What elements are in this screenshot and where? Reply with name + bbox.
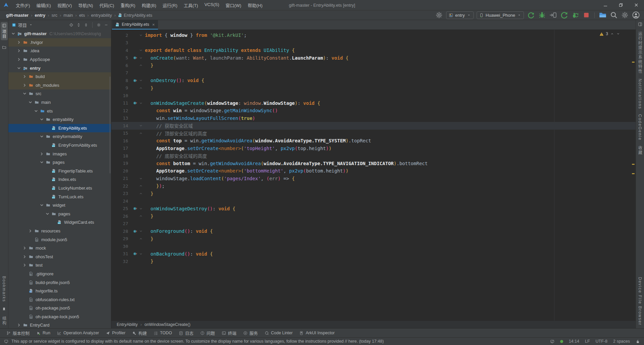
code-line-13[interactable]: 13 win.setWindowLayoutFullScreen(true) <box>111 115 636 122</box>
toolwindow-operation-analyzer[interactable]: Operation Analyzer <box>54 330 102 336</box>
menu-w[interactable]: 窗口(W) <box>223 1 245 9</box>
tree-item-resources[interactable]: resources <box>8 227 111 235</box>
code-line-25[interactable]: 25 onWindowStageDestroy(): void { <box>111 205 636 213</box>
tree-item-entry[interactable]: entry <box>8 64 111 72</box>
next-warning-icon[interactable] <box>616 32 620 36</box>
warning-stripe-mark[interactable] <box>632 164 635 165</box>
tree-item-entryability-ets[interactable]: ETSEntryAbility.ets <box>8 124 111 133</box>
override-marker-icon[interactable] <box>132 206 138 211</box>
restart-button[interactable] <box>560 11 568 19</box>
menu-r[interactable]: 运行(R) <box>160 1 180 9</box>
code-line-24[interactable]: 24 <box>111 197 636 205</box>
inspections-widget[interactable]: 3 <box>599 31 620 36</box>
tree-item-test[interactable]: test <box>8 261 111 270</box>
code-line-19[interactable]: 19 const bottom = win.getWindowAvoidArea… <box>111 160 636 167</box>
tree-item-module-json5[interactable]: module.json5 <box>8 235 111 244</box>
code-line-15[interactable]: 15 // 顶部安全区域的高度 <box>111 130 636 137</box>
run-button[interactable] <box>527 11 535 19</box>
tree-item-build[interactable]: build <box>8 72 111 81</box>
code-line-20[interactable]: 20 AppStorage.setOrCreate<number>('botto… <box>111 167 636 175</box>
chevron-down-icon[interactable] <box>33 108 39 114</box>
chevron-right-icon[interactable] <box>28 228 33 234</box>
code-line-10[interactable]: 10 <box>111 92 636 99</box>
chevron-down-icon[interactable] <box>39 159 45 165</box>
menu-vcs-s[interactable]: VCS(S) <box>201 1 222 9</box>
chevron-right-icon[interactable] <box>16 322 22 328</box>
chevron-down-icon[interactable] <box>10 31 16 37</box>
tree-item-oh-modules[interactable]: oh_modules <box>8 81 111 90</box>
toolwindow-arkui-inspector[interactable]: ArkUI Inspector <box>296 330 337 336</box>
breadcrumb-method[interactable]: onWindowStageCreate() <box>145 322 191 327</box>
tree-item-main[interactable]: main <box>8 98 111 107</box>
toolwindow-code-linter[interactable]: Code Linter <box>262 330 296 336</box>
code-line-22[interactable]: 22 }); <box>111 182 636 190</box>
fold-marker-icon[interactable] <box>138 78 144 82</box>
debug-restart-button[interactable] <box>571 11 579 19</box>
code-editor[interactable]: 2import { window } from '@kit.ArkUI';34e… <box>111 30 636 321</box>
chevron-down-icon[interactable] <box>28 99 33 105</box>
tree-item-entrycard[interactable]: EntryCard <box>8 321 111 328</box>
stripe-[interactable]: 运行时提示系统特性 <box>637 31 643 74</box>
code-line-30[interactable]: 30 <box>111 243 636 250</box>
override-marker-icon[interactable] <box>132 252 138 256</box>
prev-warning-icon[interactable] <box>610 32 614 36</box>
code-line-12[interactable]: 12 const win = windowStage.getMainWindow… <box>111 107 636 115</box>
tree-item-pages[interactable]: pages <box>8 209 111 218</box>
menu-r[interactable]: 重构(R) <box>117 1 138 9</box>
toolwindow-todo[interactable]: TODO <box>151 330 175 336</box>
toolwindow-[interactable]: 版本控制 <box>3 329 33 337</box>
breadcrumb-entryability-ets[interactable]: ETSEntryAbility.ets <box>118 13 152 18</box>
fold-marker-icon[interactable] <box>138 63 144 67</box>
warning-stripe-mark[interactable] <box>632 173 635 174</box>
screen-reader-icon[interactable] <box>550 339 554 344</box>
code-line-2[interactable]: 2import { window } from '@kit.ArkUI'; <box>111 31 636 39</box>
breadcrumb-class[interactable]: EntryAbility <box>117 322 138 327</box>
chevron-down-icon[interactable] <box>39 117 45 122</box>
fold-marker-icon[interactable] <box>138 33 144 37</box>
stripe-bookmarks[interactable]: Bookmarks <box>2 276 6 302</box>
tree-item-obfuscation-rules-txt[interactable]: obfuscation-rules.txt <box>8 295 111 304</box>
chevron-down-icon[interactable] <box>16 65 22 71</box>
device-selector[interactable]: Huawei_Phone <box>477 11 524 19</box>
stop-button[interactable] <box>582 11 590 19</box>
menu-f[interactable]: 文件(F) <box>13 1 33 9</box>
chevron-right-icon[interactable] <box>22 254 28 260</box>
fold-marker-icon[interactable] <box>138 237 144 241</box>
code-line-5[interactable]: 5 onCreate(want: Want, launchParam: Abil… <box>111 54 636 62</box>
tree-item-turnluck-ets[interactable]: ETSTurnLuck.ets <box>8 192 111 201</box>
code-line-23[interactable]: 23 } <box>111 190 636 198</box>
tree-item-fingertiptable-ets[interactable]: ETSFingertipTable.ets <box>8 167 111 176</box>
chevron-right-icon[interactable] <box>22 74 28 79</box>
breadcrumb-entryability[interactable]: entryability <box>91 13 112 18</box>
commander-stripe-icon[interactable] <box>2 45 6 50</box>
breadcrumb-main[interactable]: main <box>63 13 73 18</box>
menu-n[interactable]: 导航(N) <box>75 1 96 9</box>
tree-item-hvigor[interactable]: .hvigor <box>8 38 111 47</box>
settings-button[interactable] <box>621 11 629 19</box>
stripe-codegenie[interactable]: CodeGenie <box>638 114 642 141</box>
tree-item-widget[interactable]: widget <box>8 201 111 210</box>
chevron-down-icon[interactable] <box>45 211 50 217</box>
search-everywhere-button[interactable] <box>610 11 618 19</box>
chevron-right-icon[interactable] <box>39 151 45 157</box>
toolwindow-[interactable]: 服务 <box>240 329 261 337</box>
tree-item-oh-package-json5[interactable]: oh-package.json5 <box>8 304 111 313</box>
code-line-8[interactable]: 8 onDestroy(): void { <box>111 77 636 84</box>
toolwindow-[interactable]: 问题 <box>197 329 218 337</box>
code-line-16[interactable]: 16 const top = win.getWindowAvoidArea(wi… <box>111 137 636 145</box>
chevron-down-icon[interactable] <box>39 134 45 139</box>
fold-marker-icon[interactable] <box>138 48 144 52</box>
chevron-down-icon[interactable] <box>22 91 28 96</box>
code-line-17[interactable]: 17 AppStorage.setOrCreate<number>('topHe… <box>111 145 636 152</box>
fold-marker-icon[interactable] <box>138 214 144 218</box>
fold-marker-icon[interactable] <box>138 229 144 233</box>
menu-b[interactable]: 构建(B) <box>139 1 159 9</box>
device-file-browser-button[interactable] <box>599 11 607 19</box>
breadcrumb-gift-master[interactable]: gift-master <box>6 13 29 18</box>
profile-avatar-button[interactable] <box>632 11 640 19</box>
fold-marker-icon[interactable] <box>138 207 144 211</box>
breadcrumb-src[interactable]: src <box>52 13 57 18</box>
code-line-18[interactable]: 18 // 底部安全区域的高度 <box>111 152 636 160</box>
debug-button[interactable] <box>538 11 546 19</box>
tree-item-luckynumber-ets[interactable]: ETSLuckyNumber.ets <box>8 184 111 193</box>
